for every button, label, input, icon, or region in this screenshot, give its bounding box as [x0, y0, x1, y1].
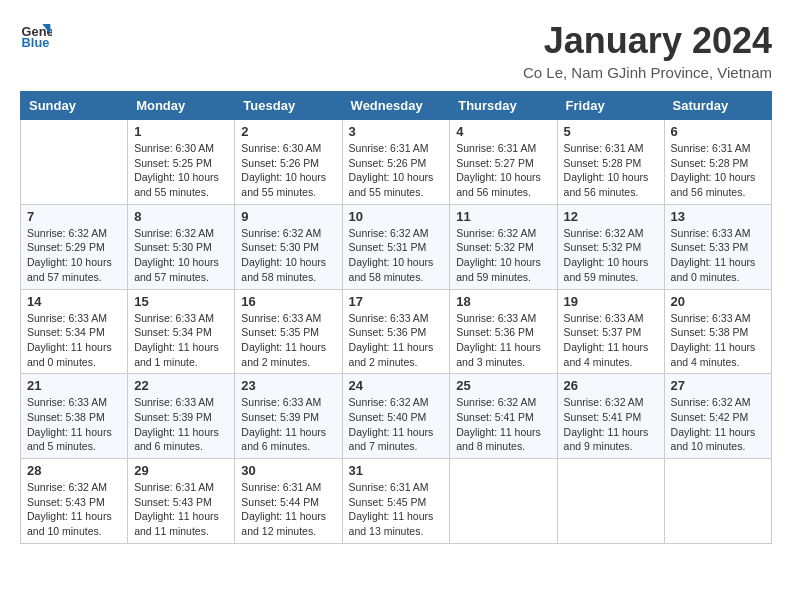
calendar-cell: 7Sunrise: 6:32 AM Sunset: 5:29 PM Daylig… — [21, 204, 128, 289]
day-info: Sunrise: 6:31 AM Sunset: 5:26 PM Dayligh… — [349, 141, 444, 200]
calendar-cell: 11Sunrise: 6:32 AM Sunset: 5:32 PM Dayli… — [450, 204, 557, 289]
page-header: General Blue January 2024 Co Le, Nam GJi… — [20, 20, 772, 81]
calendar-cell — [21, 120, 128, 205]
page-subtitle: Co Le, Nam GJinh Province, Vietnam — [523, 64, 772, 81]
day-info: Sunrise: 6:33 AM Sunset: 5:39 PM Dayligh… — [241, 395, 335, 454]
day-number: 31 — [349, 463, 444, 478]
day-info: Sunrise: 6:31 AM Sunset: 5:28 PM Dayligh… — [671, 141, 765, 200]
calendar-cell: 17Sunrise: 6:33 AM Sunset: 5:36 PM Dayli… — [342, 289, 450, 374]
day-number: 12 — [564, 209, 658, 224]
day-info: Sunrise: 6:33 AM Sunset: 5:36 PM Dayligh… — [456, 311, 550, 370]
calendar-cell: 14Sunrise: 6:33 AM Sunset: 5:34 PM Dayli… — [21, 289, 128, 374]
calendar-cell: 8Sunrise: 6:32 AM Sunset: 5:30 PM Daylig… — [128, 204, 235, 289]
calendar-cell — [664, 459, 771, 544]
day-number: 29 — [134, 463, 228, 478]
day-info: Sunrise: 6:31 AM Sunset: 5:45 PM Dayligh… — [349, 480, 444, 539]
day-number: 24 — [349, 378, 444, 393]
day-number: 21 — [27, 378, 121, 393]
day-number: 13 — [671, 209, 765, 224]
calendar-cell: 18Sunrise: 6:33 AM Sunset: 5:36 PM Dayli… — [450, 289, 557, 374]
header-monday: Monday — [128, 92, 235, 120]
day-number: 5 — [564, 124, 658, 139]
calendar-cell: 5Sunrise: 6:31 AM Sunset: 5:28 PM Daylig… — [557, 120, 664, 205]
day-info: Sunrise: 6:32 AM Sunset: 5:40 PM Dayligh… — [349, 395, 444, 454]
calendar-week-2: 7Sunrise: 6:32 AM Sunset: 5:29 PM Daylig… — [21, 204, 772, 289]
day-info: Sunrise: 6:33 AM Sunset: 5:38 PM Dayligh… — [671, 311, 765, 370]
calendar-cell: 16Sunrise: 6:33 AM Sunset: 5:35 PM Dayli… — [235, 289, 342, 374]
day-info: Sunrise: 6:32 AM Sunset: 5:30 PM Dayligh… — [241, 226, 335, 285]
calendar-week-4: 21Sunrise: 6:33 AM Sunset: 5:38 PM Dayli… — [21, 374, 772, 459]
day-info: Sunrise: 6:31 AM Sunset: 5:28 PM Dayligh… — [564, 141, 658, 200]
day-number: 4 — [456, 124, 550, 139]
calendar-cell: 26Sunrise: 6:32 AM Sunset: 5:41 PM Dayli… — [557, 374, 664, 459]
day-number: 17 — [349, 294, 444, 309]
calendar-cell: 1Sunrise: 6:30 AM Sunset: 5:25 PM Daylig… — [128, 120, 235, 205]
calendar-cell: 19Sunrise: 6:33 AM Sunset: 5:37 PM Dayli… — [557, 289, 664, 374]
day-info: Sunrise: 6:32 AM Sunset: 5:32 PM Dayligh… — [564, 226, 658, 285]
calendar-cell: 23Sunrise: 6:33 AM Sunset: 5:39 PM Dayli… — [235, 374, 342, 459]
calendar-cell: 2Sunrise: 6:30 AM Sunset: 5:26 PM Daylig… — [235, 120, 342, 205]
calendar-cell: 20Sunrise: 6:33 AM Sunset: 5:38 PM Dayli… — [664, 289, 771, 374]
day-number: 22 — [134, 378, 228, 393]
day-info: Sunrise: 6:32 AM Sunset: 5:43 PM Dayligh… — [27, 480, 121, 539]
day-number: 27 — [671, 378, 765, 393]
calendar-cell: 29Sunrise: 6:31 AM Sunset: 5:43 PM Dayli… — [128, 459, 235, 544]
calendar-cell: 31Sunrise: 6:31 AM Sunset: 5:45 PM Dayli… — [342, 459, 450, 544]
calendar-cell: 21Sunrise: 6:33 AM Sunset: 5:38 PM Dayli… — [21, 374, 128, 459]
day-info: Sunrise: 6:33 AM Sunset: 5:39 PM Dayligh… — [134, 395, 228, 454]
logo: General Blue — [20, 20, 52, 52]
day-number: 10 — [349, 209, 444, 224]
title-section: January 2024 Co Le, Nam GJinh Province, … — [523, 20, 772, 81]
calendar-cell: 10Sunrise: 6:32 AM Sunset: 5:31 PM Dayli… — [342, 204, 450, 289]
calendar-table: SundayMondayTuesdayWednesdayThursdayFrid… — [20, 91, 772, 544]
header-thursday: Thursday — [450, 92, 557, 120]
svg-text:Blue: Blue — [22, 35, 50, 50]
day-number: 14 — [27, 294, 121, 309]
calendar-cell: 6Sunrise: 6:31 AM Sunset: 5:28 PM Daylig… — [664, 120, 771, 205]
day-info: Sunrise: 6:33 AM Sunset: 5:36 PM Dayligh… — [349, 311, 444, 370]
page-title: January 2024 — [523, 20, 772, 62]
header-tuesday: Tuesday — [235, 92, 342, 120]
day-number: 18 — [456, 294, 550, 309]
day-info: Sunrise: 6:31 AM Sunset: 5:44 PM Dayligh… — [241, 480, 335, 539]
day-info: Sunrise: 6:32 AM Sunset: 5:29 PM Dayligh… — [27, 226, 121, 285]
calendar-cell — [450, 459, 557, 544]
calendar-cell: 13Sunrise: 6:33 AM Sunset: 5:33 PM Dayli… — [664, 204, 771, 289]
header-saturday: Saturday — [664, 92, 771, 120]
calendar-cell: 24Sunrise: 6:32 AM Sunset: 5:40 PM Dayli… — [342, 374, 450, 459]
day-number: 16 — [241, 294, 335, 309]
day-number: 23 — [241, 378, 335, 393]
calendar-header-row: SundayMondayTuesdayWednesdayThursdayFrid… — [21, 92, 772, 120]
day-number: 30 — [241, 463, 335, 478]
day-number: 8 — [134, 209, 228, 224]
day-number: 15 — [134, 294, 228, 309]
calendar-cell: 30Sunrise: 6:31 AM Sunset: 5:44 PM Dayli… — [235, 459, 342, 544]
day-info: Sunrise: 6:32 AM Sunset: 5:31 PM Dayligh… — [349, 226, 444, 285]
calendar-week-3: 14Sunrise: 6:33 AM Sunset: 5:34 PM Dayli… — [21, 289, 772, 374]
day-info: Sunrise: 6:31 AM Sunset: 5:43 PM Dayligh… — [134, 480, 228, 539]
header-friday: Friday — [557, 92, 664, 120]
calendar-cell: 28Sunrise: 6:32 AM Sunset: 5:43 PM Dayli… — [21, 459, 128, 544]
day-number: 28 — [27, 463, 121, 478]
header-wednesday: Wednesday — [342, 92, 450, 120]
day-number: 9 — [241, 209, 335, 224]
day-info: Sunrise: 6:32 AM Sunset: 5:42 PM Dayligh… — [671, 395, 765, 454]
day-info: Sunrise: 6:33 AM Sunset: 5:37 PM Dayligh… — [564, 311, 658, 370]
calendar-cell: 25Sunrise: 6:32 AM Sunset: 5:41 PM Dayli… — [450, 374, 557, 459]
day-info: Sunrise: 6:33 AM Sunset: 5:34 PM Dayligh… — [27, 311, 121, 370]
day-number: 7 — [27, 209, 121, 224]
day-info: Sunrise: 6:33 AM Sunset: 5:35 PM Dayligh… — [241, 311, 335, 370]
day-number: 25 — [456, 378, 550, 393]
day-number: 19 — [564, 294, 658, 309]
calendar-cell: 3Sunrise: 6:31 AM Sunset: 5:26 PM Daylig… — [342, 120, 450, 205]
day-number: 1 — [134, 124, 228, 139]
calendar-cell: 27Sunrise: 6:32 AM Sunset: 5:42 PM Dayli… — [664, 374, 771, 459]
day-number: 26 — [564, 378, 658, 393]
day-info: Sunrise: 6:33 AM Sunset: 5:38 PM Dayligh… — [27, 395, 121, 454]
calendar-cell: 15Sunrise: 6:33 AM Sunset: 5:34 PM Dayli… — [128, 289, 235, 374]
calendar-cell: 4Sunrise: 6:31 AM Sunset: 5:27 PM Daylig… — [450, 120, 557, 205]
calendar-week-5: 28Sunrise: 6:32 AM Sunset: 5:43 PM Dayli… — [21, 459, 772, 544]
day-info: Sunrise: 6:32 AM Sunset: 5:41 PM Dayligh… — [564, 395, 658, 454]
day-number: 11 — [456, 209, 550, 224]
day-number: 6 — [671, 124, 765, 139]
